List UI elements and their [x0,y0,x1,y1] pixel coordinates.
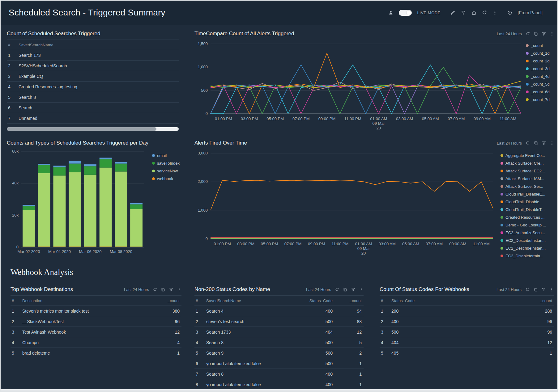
refresh-icon[interactable] [153,287,157,292]
legend-label: Attack Surface: EC2... [505,169,545,173]
table-cell: 400 [298,372,335,377]
table-row[interactable]: 8yo import alok itemized false4001 [194,379,364,390]
legend-item[interactable]: _count_6d [526,90,554,94]
svg-text:20: 20 [377,126,381,130]
funnel-icon[interactable] [351,287,356,292]
legend-item[interactable]: EC2_DescribeInstan... [500,246,552,251]
table-cell: 5 [12,351,22,356]
legend-item[interactable]: serviceNow [152,169,180,173]
time-icon[interactable] [507,10,512,15]
legend-item[interactable]: EC2_DescribeInstan... [500,238,552,243]
table-row[interactable]: 3Example CQ [7,71,179,82]
live-mode-toggle[interactable] [399,10,412,16]
legend-item[interactable]: _count_7d [526,97,554,102]
legend-item[interactable]: Attack Surface: Cre... [500,161,552,166]
legend-item[interactable]: _count_2d [526,59,554,63]
funnel-icon[interactable] [542,32,546,36]
table-cell: 1 [152,351,180,356]
legend-item[interactable]: Attack Surface: EC2... [500,169,552,173]
legend-item[interactable]: Created Resources ... [500,215,552,220]
table-row[interactable]: 2__SlackWebhookTest96 [11,316,181,327]
kebab-icon[interactable] [177,287,181,292]
time-compare-chart: 05001,0001,50001:00 PM03:00 PM05:00 PM07… [194,40,522,132]
kebab-icon[interactable] [550,141,554,145]
kebab-icon[interactable] [550,32,554,36]
table-row[interactable]: 3Test Avinash Webhook12 [11,327,181,337]
legend-item[interactable]: Attack Surface: IAM... [500,176,552,181]
legend-item[interactable]: webhook [152,176,180,181]
table-row[interactable]: 7Search 84001 [194,369,364,379]
legend-item[interactable]: Attack Surface: Ser... [500,184,552,189]
more-options-icon[interactable] [492,10,497,15]
table-row[interactable]: 1Steven's metrics monitor slack test380 [11,306,181,316]
copy-icon[interactable] [534,141,538,145]
refresh-icon[interactable] [335,287,339,292]
user-icon[interactable] [388,10,393,15]
table-row[interactable]: 4Created Resources -ag testing [7,82,179,92]
header-controls: LIVE MODE [From Panel] [388,10,543,16]
table-row[interactable]: 6yo import alok itemized false5001 [194,358,364,369]
filter-icon[interactable] [461,10,466,15]
refresh-icon[interactable] [526,32,530,36]
table-cell: 96 [525,319,553,324]
legend-item[interactable]: CloudTrail_DisableE... [500,192,552,196]
svg-text:40k: 40k [12,181,19,185]
time-range[interactable]: Last 24 Hours [497,32,522,36]
export-icon[interactable] [471,10,476,15]
time-range[interactable]: Last 24 Hours [496,287,522,292]
table-row[interactable]: 1Search 440094 [194,306,364,316]
refresh-icon[interactable] [482,10,487,15]
kebab-icon[interactable] [359,287,364,292]
table-row[interactable]: 240096 [380,316,554,327]
edit-icon[interactable] [450,10,455,15]
horizontal-scrollbar[interactable] [7,127,179,131]
table-row[interactable]: 6Search [7,103,179,113]
copy-icon[interactable] [161,287,165,292]
time-range[interactable]: Last 24 Hours [124,287,149,292]
legend-item[interactable]: saveToIndex [152,161,180,166]
legend-item[interactable]: CloudTrail_DisableT... [500,207,552,212]
copy-icon[interactable] [343,287,347,292]
alerts-over-time-chart: 01,0002,0003,00001:00 PM03:00 PM05:00 PM… [194,149,497,257]
table-cell: 400 [298,309,335,314]
table-row[interactable]: 5brad deleteme1 [11,348,181,358]
table-row[interactable]: 1Search 173 [7,50,179,61]
table-row[interactable]: 7Unnamed [7,113,179,124]
table-row[interactable]: 54051 [380,348,554,358]
legend-item[interactable]: EC2_AuthorizeSecu... [500,230,552,235]
table-row[interactable]: 350096 [380,327,554,337]
kebab-icon[interactable] [549,287,554,292]
table-cell: 1 [335,372,362,377]
time-range[interactable]: Last 24 Hours [497,141,522,145]
legend-item[interactable]: CloudTrail_Disable... [500,200,552,204]
table-row[interactable]: 2steven's test search50088 [194,316,364,327]
funnel-icon[interactable] [542,141,546,145]
time-range[interactable]: Last 24 Hours [306,287,331,292]
svg-text:03:00 PM: 03:00 PM [237,242,254,246]
copy-icon[interactable] [533,287,538,292]
table-row[interactable]: 3Search 173340412 [194,327,364,337]
legend-item[interactable]: _count_5d [526,82,554,86]
legend-item[interactable]: _count_4d [526,74,554,79]
table-row[interactable]: 2S2SVHScheduledSearch [7,61,179,71]
legend-item[interactable]: email [152,153,180,158]
legend-item[interactable]: _count_1d [526,51,554,56]
scrollbar-thumb[interactable] [7,127,156,131]
legend-item[interactable]: Aggregate Event Co... [500,153,552,158]
refresh-icon[interactable] [526,141,530,145]
table-row[interactable]: 440412 [380,337,554,348]
refresh-icon[interactable] [525,287,530,292]
bottom-scrollbar[interactable] [1,389,557,391]
copy-icon[interactable] [534,32,538,36]
legend-item[interactable]: _count_3d [526,66,554,71]
table-row[interactable]: 5Search 8 [7,92,179,103]
table-row[interactable]: 5Search 95002 [194,348,364,358]
table-row[interactable]: 1200288 [380,306,554,316]
legend-item[interactable]: EC2_Disabletermin... [500,254,552,258]
table-row[interactable]: 4Search 85005 [194,337,364,348]
table-row[interactable]: 4Champu4 [11,337,181,348]
funnel-icon[interactable] [169,287,173,292]
funnel-icon[interactable] [541,287,546,292]
legend-item[interactable]: _count [526,43,554,48]
legend-item[interactable]: Demo - Geo Lookup ... [500,223,552,227]
